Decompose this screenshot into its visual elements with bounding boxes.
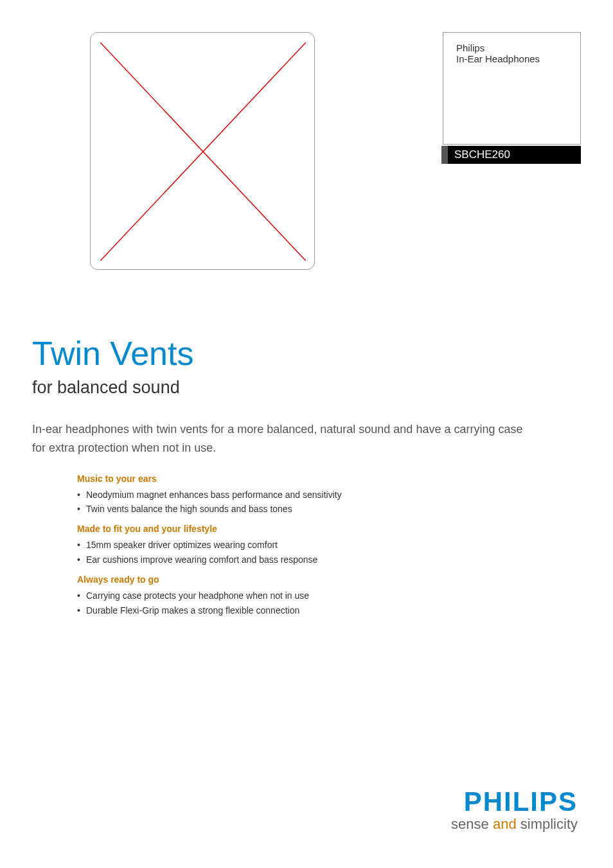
- feature-heading: Always ready to go: [77, 574, 581, 585]
- product-image-placeholder: [90, 32, 315, 270]
- feature-list: Carrying case protects your headphone wh…: [77, 589, 581, 617]
- top-section: Philips In-Ear Headphones SBCHE260: [32, 32, 581, 270]
- description: In-ear headphones with twin vents for a …: [32, 420, 527, 457]
- feature-group: Made to fit you and your lifestyle 15mm …: [77, 524, 581, 567]
- feature-item: Twin vents balance the high sounds and b…: [77, 502, 581, 516]
- feature-item: 15mm speaker driver optimizes wearing co…: [77, 538, 581, 552]
- brand-logo-section: PHILIPS sense and simplicity: [451, 786, 578, 833]
- feature-item: Carrying case protects your headphone wh…: [77, 589, 581, 603]
- content-section: Twin Vents for balanced sound In-ear hea…: [32, 334, 581, 617]
- subheadline: for balanced sound: [32, 378, 581, 398]
- tagline-sense: sense: [451, 816, 493, 832]
- tagline-and: and: [493, 816, 517, 832]
- tagline: sense and simplicity: [451, 816, 578, 833]
- feature-group: Music to your ears Neodymium magnet enha…: [77, 474, 581, 517]
- tagline-simplicity: simplicity: [517, 816, 578, 832]
- feature-heading: Made to fit you and your lifestyle: [77, 524, 581, 534]
- feature-group: Always ready to go Carrying case protect…: [77, 574, 581, 617]
- feature-list: Neodymium magnet enhances bass performan…: [77, 488, 581, 517]
- feature-item: Neodymium magnet enhances bass performan…: [77, 488, 581, 502]
- feature-heading: Music to your ears: [77, 474, 581, 484]
- headline: Twin Vents: [32, 334, 581, 373]
- product-brand: Philips: [456, 42, 567, 53]
- product-info-box: Philips In-Ear Headphones: [443, 32, 581, 145]
- feature-item: Durable Flexi-Grip makes a strong flexib…: [77, 603, 581, 617]
- product-model: SBCHE260: [454, 148, 510, 161]
- info-column: Philips In-Ear Headphones SBCHE260: [353, 32, 581, 270]
- product-category: In-Ear Headphones: [456, 53, 567, 64]
- feature-item: Ear cushions improve wearing comfort and…: [77, 553, 581, 567]
- feature-list: 15mm speaker driver optimizes wearing co…: [77, 538, 581, 567]
- placeholder-x-icon: [100, 42, 306, 261]
- philips-logo: PHILIPS: [451, 786, 578, 817]
- product-model-bar: SBCHE260: [443, 146, 581, 164]
